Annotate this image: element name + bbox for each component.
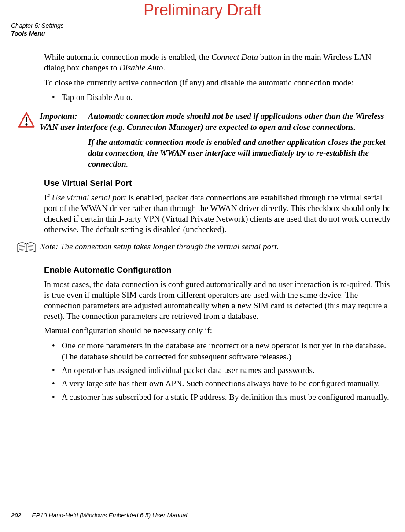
intro-bullet-1: Tap on Disable Auto. xyxy=(44,92,394,103)
text-run: . xyxy=(130,92,133,102)
manual-title: EP10 Hand-Held (Windows Embedded 6.5) Us… xyxy=(32,512,187,519)
text-run: . xyxy=(163,63,165,72)
auto-config-bullet-4: A customer has subscribed for a static I… xyxy=(44,392,394,403)
auto-config-bullet-2: An operator has assigned individual pack… xyxy=(44,365,394,376)
warning-icon xyxy=(13,111,40,129)
disable-auto-term: Disable Auto xyxy=(119,63,163,72)
page: Preliminary Draft Chapter 5: Settings To… xyxy=(0,0,405,532)
important-label: Important: xyxy=(40,111,88,122)
intro-bullet-list: Tap on Disable Auto. xyxy=(44,92,394,103)
connect-data-term: Connect Data xyxy=(211,52,258,62)
important-text: Important: Automatic connection mode sho… xyxy=(40,111,392,170)
auto-config-paragraph-1: In most cases, the data connection is co… xyxy=(44,279,394,321)
virtual-serial-port-heading: Use Virtual Serial Port xyxy=(44,178,394,188)
auto-config-bullet-3: A very large site has their own APN. Suc… xyxy=(44,378,394,389)
content-area: While automatic connection mode is enabl… xyxy=(44,52,394,409)
intro-paragraph-1: While automatic connection mode is enabl… xyxy=(44,52,394,73)
note-callout: Note: The connection setup takes longer … xyxy=(13,241,392,255)
auto-config-heading: Enable Automatic Configuration xyxy=(44,265,394,275)
watermark-text: Preliminary Draft xyxy=(0,1,405,19)
auto-config-bullet-list: One or more parameters in the database a… xyxy=(44,340,394,403)
auto-config-bullet-1: One or more parameters in the database a… xyxy=(44,340,394,362)
svg-rect-1 xyxy=(26,117,27,122)
text-run: If xyxy=(44,193,52,202)
important-paragraph-2: If the automatic connection mode is enab… xyxy=(40,137,392,170)
disable-auto-command: Disable Auto xyxy=(87,92,131,102)
virtual-serial-port-paragraph: If Use virtual serial port is enabled, p… xyxy=(44,192,394,234)
important-callout: Important: Automatic connection mode sho… xyxy=(13,111,392,170)
svg-point-2 xyxy=(26,123,28,126)
page-footer: 202 EP10 Hand-Held (Windows Embedded 6.5… xyxy=(11,512,187,519)
running-header: Chapter 5: Settings Tools Menu xyxy=(11,22,64,37)
text-run: Tap on xyxy=(62,92,87,102)
text-run: While automatic connection mode is enabl… xyxy=(44,52,211,62)
virtual-serial-port-term: Use virtual serial port xyxy=(52,193,126,202)
auto-config-paragraph-2: Manual configuration should be necessary… xyxy=(44,325,394,336)
intro-paragraph-2: To close the currently active connection… xyxy=(44,78,394,88)
chapter-label: Chapter 5: Settings xyxy=(11,22,64,30)
section-label-text: Tools Menu xyxy=(11,30,45,37)
section-label: Tools Menu xyxy=(11,30,64,38)
note-text: Note: The connection setup takes longer … xyxy=(40,241,392,252)
page-number: 202 xyxy=(11,512,21,519)
important-paragraph-1: Automatic connection mode should not be … xyxy=(40,111,384,132)
book-icon xyxy=(13,241,40,255)
